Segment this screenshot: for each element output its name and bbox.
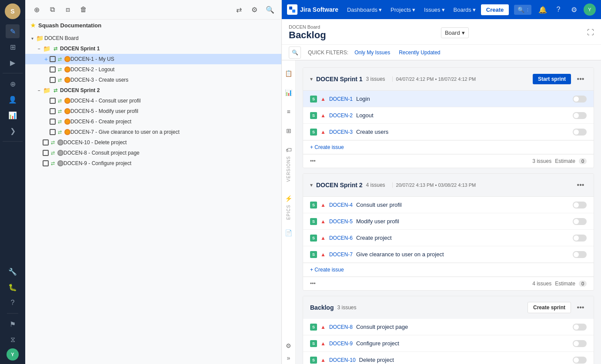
help-icon[interactable]: ? — [552, 3, 564, 16]
nav-issues[interactable]: Issues ▾ — [421, 5, 448, 15]
user-avatar[interactable]: Y — [584, 3, 596, 16]
issue-toggle-docen1[interactable] — [573, 96, 587, 103]
sprint1-more-link[interactable]: ••• — [310, 158, 316, 164]
tree-item-docen9[interactable]: ⇄ DOCEN-9 - Configure project — [25, 158, 281, 169]
create-sprint-button[interactable]: Create sprint — [528, 302, 571, 313]
board-toggle[interactable] — [29, 35, 36, 42]
sprint2-more-link[interactable]: ••• — [310, 281, 316, 287]
tree-item-docen10[interactable]: ⇄ DOCEN-10 - Delete project — [25, 137, 281, 148]
issue-toggle-docen5[interactable] — [573, 218, 587, 225]
only-my-issues-filter[interactable]: Only My Issues — [352, 49, 393, 56]
squash-nav-flag[interactable]: ⚑ — [6, 317, 20, 331]
issue-key-docen7[interactable]: DOCEN-7 — [329, 251, 353, 258]
sprint2-more-button[interactable]: ••• — [574, 179, 587, 191]
sidebar-docs-icon[interactable]: 📄 — [283, 227, 295, 239]
toolbar-search-icon[interactable]: 🔍 — [264, 3, 276, 16]
tree-item-docen6[interactable]: ⇄ DOCEN-6 - Create project — [25, 116, 281, 127]
epics-icon[interactable]: ⚡ — [283, 192, 295, 205]
issue-row-docen5[interactable]: S ▲ DOCEN-5 Modify user profil — [303, 213, 594, 230]
sidebar-board-icon[interactable]: 📋 — [283, 67, 295, 79]
issue-key-docen1[interactable]: DOCEN-1 — [329, 96, 353, 102]
issue-toggle-docen4[interactable] — [573, 202, 587, 208]
issue-row-docen7[interactable]: S ▲ DOCEN-7 Give clearance to user on a … — [303, 246, 594, 263]
sidebar-expand-icon[interactable]: » — [283, 352, 295, 364]
tree-sprint2-header[interactable]: − 📁 ⇄ DOCEN Sprint 2 — [25, 85, 281, 96]
settings-icon[interactable]: ⚙ — [568, 3, 580, 16]
issue-toggle-docen6[interactable] — [573, 235, 587, 242]
sidebar-report-icon[interactable]: 📊 — [283, 86, 295, 99]
issue-key-docen2[interactable]: DOCEN-2 — [329, 113, 353, 119]
squash-nav-bug[interactable]: 🐛 — [6, 280, 20, 294]
issue-key-backlog-docen8[interactable]: DOCEN-8 — [329, 324, 353, 330]
squash-nav-tools[interactable]: 🔧 — [6, 265, 20, 278]
toolbar-copy-icon[interactable]: ⧉ — [46, 3, 58, 16]
squash-nav-reports[interactable]: ⊞ — [6, 40, 20, 54]
issue-toggle-docen7[interactable] — [573, 251, 587, 258]
issue-key-backlog-docen10[interactable]: DOCEN-10 — [329, 357, 356, 363]
issue-row-docen3[interactable]: S ▲ DOCEN-3 Create users — [303, 124, 594, 140]
nav-boards[interactable]: Boards ▾ — [450, 5, 479, 15]
toolbar-settings-icon[interactable]: ⚙ — [248, 3, 260, 16]
filter-search-icon[interactable]: 🔍 — [289, 46, 301, 59]
tree-item-docen5[interactable]: ⇄ DOCEN-5 - Modify user profil — [25, 106, 281, 116]
issue-key-backlog-docen9[interactable]: DOCEN-9 — [329, 341, 353, 347]
toolbar-sync-icon[interactable]: ⇄ — [233, 3, 245, 16]
create-issue-link-sprint1[interactable]: + Create issue — [310, 144, 587, 150]
squash-nav-chart[interactable]: 📊 — [6, 108, 20, 122]
squash-nav-dashboard[interactable]: ✎ — [6, 24, 20, 38]
issue-key-docen3[interactable]: DOCEN-3 — [329, 129, 353, 135]
versions-icon[interactable]: 🏷 — [283, 144, 295, 156]
add-before-icon[interactable]: + — [43, 56, 50, 63]
issue-toggle-backlog-docen9[interactable] — [573, 340, 587, 347]
sprint1-toggle[interactable]: − — [36, 45, 43, 52]
issue-key-docen6[interactable]: DOCEN-6 — [329, 235, 353, 241]
issue-toggle-docen3[interactable] — [573, 129, 587, 136]
sprint1-more-button[interactable]: ••• — [574, 73, 587, 85]
sprint1-chevron[interactable] — [310, 76, 313, 82]
squash-nav-expand[interactable]: ❯ — [6, 124, 20, 138]
issue-toggle-backlog-docen10[interactable] — [573, 357, 587, 364]
squash-nav-play[interactable]: ▶ — [6, 56, 20, 69]
toolbar-paste-icon[interactable]: ⧈ — [62, 3, 74, 16]
create-button[interactable]: Create — [481, 4, 509, 15]
issue-toggle-docen2[interactable] — [573, 112, 587, 119]
issue-key-docen5[interactable]: DOCEN-5 — [329, 218, 353, 225]
sidebar-grid-icon[interactable]: ⊞ — [283, 125, 295, 137]
issue-key-docen4[interactable]: DOCEN-4 — [329, 202, 353, 208]
backlog-more-button[interactable]: ••• — [574, 301, 587, 314]
squash-nav-plus[interactable]: ⊕ — [6, 77, 20, 91]
issue-toggle-backlog-docen8[interactable] — [573, 324, 587, 331]
tree-sprint1-header[interactable]: − 📁 ⇄ DOCEN Sprint 1 — [25, 43, 281, 54]
squash-nav-user[interactable]: 👤 — [6, 93, 20, 106]
toolbar-delete-icon[interactable]: 🗑 — [77, 3, 90, 16]
sprint2-toggle[interactable]: − — [36, 87, 43, 94]
tree-item-docen3[interactable]: ⇄ DOCEN-3 - Create users — [25, 75, 281, 85]
sprint2-chevron[interactable] — [310, 182, 313, 188]
nav-dashboards[interactable]: Dashboards ▾ — [344, 5, 385, 15]
sidebar-list-icon[interactable]: ≡ — [283, 106, 295, 118]
squash-nav-filter[interactable]: ⧖ — [6, 333, 20, 347]
issue-row-backlog-docen10[interactable]: S ▲ DOCEN-10 Delete project — [303, 352, 594, 364]
expand-icon[interactable]: ⛶ — [587, 29, 594, 36]
board-dropdown[interactable]: Board ▾ — [441, 27, 469, 38]
tree-board-row[interactable]: 📁 DOCEN Board — [25, 33, 281, 43]
tree-item-docen2[interactable]: ⇄ DOCEN-2 - Logout — [25, 64, 281, 75]
issue-row-docen4[interactable]: S ▲ DOCEN-4 Consult user profil — [303, 197, 594, 213]
squash-user-avatar[interactable]: Y — [7, 348, 19, 361]
tree-item-docen8[interactable]: ⇄ DOCEN-8 - Consult project page — [25, 148, 281, 158]
nav-projects[interactable]: Projects ▾ — [387, 5, 419, 15]
start-sprint-button[interactable]: Start sprint — [533, 74, 571, 84]
create-issue-link-sprint2[interactable]: + Create issue — [310, 267, 587, 273]
issue-row-docen6[interactable]: S ▲ DOCEN-6 Create project — [303, 230, 594, 246]
search-box[interactable]: 🔍 — [514, 5, 531, 15]
issue-row-docen2[interactable]: S ▲ DOCEN-2 Logout — [303, 107, 594, 124]
tree-item-docen7[interactable]: ⇄ DOCEN-7 - Give clearance to user on a … — [25, 127, 281, 137]
issue-row-backlog-docen9[interactable]: S ▲ DOCEN-9 Configure project — [303, 335, 594, 352]
notification-icon[interactable]: 🔔 — [537, 3, 549, 16]
toolbar-add-icon[interactable]: ⊕ — [30, 3, 43, 16]
tree-item-docen1[interactable]: + ⇄ DOCEN-1 - My US — [25, 54, 281, 64]
search-input[interactable] — [527, 7, 528, 13]
sidebar-settings-icon[interactable]: ⚙ — [283, 340, 295, 352]
tree-item-docen4[interactable]: ⇄ DOCEN-4 - Consult user profil — [25, 96, 281, 106]
issue-row-docen1[interactable]: S ▲ DOCEN-1 Login — [303, 91, 594, 107]
